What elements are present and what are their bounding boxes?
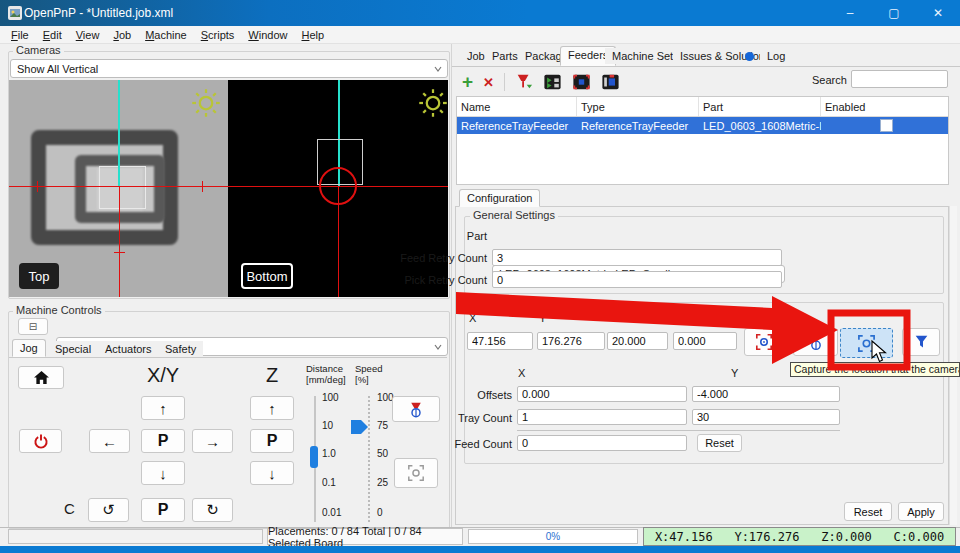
feed-count-reset-button[interactable]: Reset [697, 434, 742, 452]
menu-job[interactable]: Job [106, 28, 138, 42]
distance-slider-handle[interactable] [310, 446, 318, 468]
feed-feeder-button[interactable] [515, 73, 533, 91]
power-button[interactable] [19, 429, 62, 453]
home-icon [34, 371, 49, 385]
bottom-camera-view[interactable]: Bottom [228, 80, 448, 297]
column-header-part[interactable]: Part [699, 97, 821, 116]
bottom-camera-label: Bottom [241, 263, 293, 289]
offsets-y-input[interactable] [692, 386, 840, 402]
capture-camera-icon [407, 464, 425, 482]
feed-and-pick-feeder-button[interactable] [572, 73, 591, 91]
feed-count-label: Feed Count [412, 438, 512, 450]
pick-retry-label: Pick Retry Count [372, 274, 487, 286]
close-button[interactable]: ✕ [916, 0, 960, 26]
capture-camera-blue-icon [857, 334, 876, 353]
pick-retry-input[interactable] [492, 271, 782, 288]
jog-z-minus-button[interactable]: ↓ [250, 461, 294, 485]
crosshair-vertical [119, 186, 120, 297]
capture-camera-location-button[interactable] [744, 328, 784, 356]
feed-count-input[interactable] [517, 435, 687, 451]
tab-special[interactable]: Special [48, 341, 98, 357]
menu-file[interactable]: File [4, 28, 36, 42]
tab-divider [9, 357, 447, 358]
capture-camera-red-icon [755, 333, 773, 351]
config-apply-button[interactable]: Apply [898, 502, 944, 521]
home-button[interactable] [18, 366, 64, 389]
dro-x: X:47.156 [655, 530, 713, 544]
distance-tick: 1.0 [322, 448, 336, 459]
crosshair-tick [37, 181, 38, 192]
crosshair-tick [114, 252, 125, 253]
column-header-type[interactable]: Type [577, 97, 699, 116]
menu-scripts[interactable]: Scripts [194, 28, 242, 42]
pick-location-title: Pick Location [470, 295, 541, 307]
menu-help[interactable]: Help [294, 28, 331, 42]
section-divider [517, 430, 840, 431]
tab-configuration[interactable]: Configuration [459, 189, 540, 207]
nozzle-circle-reticle [319, 167, 357, 205]
nozzle-icon [808, 333, 824, 351]
pick-x-input[interactable] [467, 332, 533, 350]
toolbar-separator [504, 73, 505, 91]
jog-x-minus-button[interactable]: ← [89, 429, 130, 453]
tab-safety[interactable]: Safety [158, 341, 203, 357]
location-filter-button[interactable] [902, 328, 940, 356]
tooltip: Capture the location that the camera is [790, 362, 960, 377]
title-bar: OpenPnP - *Untitled.job.xml – ▢ ✕ [0, 0, 960, 26]
feeder-location-button[interactable] [601, 73, 620, 91]
tab-actuators[interactable]: Actuators [98, 341, 158, 357]
window-title: OpenPnP - *Untitled.job.xml [24, 6, 173, 20]
column-header-enabled[interactable]: Enabled [821, 97, 948, 116]
park-rotation-button[interactable]: P [141, 498, 185, 522]
collapse-jog-button[interactable]: ⊟ [18, 318, 48, 335]
tab-log[interactable]: Log [760, 48, 792, 64]
park-xy-button[interactable]: P [141, 429, 185, 453]
enabled-checkbox[interactable] [880, 119, 893, 132]
minimize-button[interactable]: – [828, 0, 872, 26]
speed-tick: 50 [377, 448, 388, 459]
brightness-sun-icon[interactable] [191, 88, 221, 118]
jog-y-minus-button[interactable]: ↓ [141, 461, 185, 485]
offsets-x-input[interactable] [517, 386, 687, 402]
delete-feeder-button[interactable]: ✕ [483, 75, 494, 90]
capture-nozzle-location-button[interactable] [793, 328, 838, 356]
tab-jog[interactable]: Jog [12, 339, 46, 357]
search-input[interactable] [851, 70, 948, 88]
park-z-button[interactable]: P [250, 429, 294, 453]
config-reset-button[interactable]: Reset [844, 502, 892, 521]
rotate-cw-button[interactable]: ↻ [192, 498, 233, 522]
move-camera-to-location-button[interactable] [840, 328, 893, 358]
menu-window[interactable]: Window [241, 28, 294, 42]
add-feeder-button[interactable]: + [462, 73, 473, 91]
top-camera-view[interactable]: Top [9, 80, 228, 297]
menu-machine[interactable]: Machine [138, 28, 194, 42]
pick-feeder-button[interactable] [543, 73, 562, 91]
cell-part: LED_0603_1608Metric-LED... [699, 117, 821, 134]
placements-status: Placements: 0 / 84 Total | 0 / 84 Select… [267, 528, 463, 545]
column-header-name[interactable]: Name [457, 97, 577, 116]
pick-z-label: Z [618, 312, 625, 324]
tray-count-x-input[interactable] [517, 409, 687, 425]
maximize-button[interactable]: ▢ [872, 0, 916, 26]
rotate-ccw-button[interactable]: ↺ [88, 498, 129, 522]
brightness-sun-icon[interactable] [418, 88, 448, 118]
general-settings-title: General Settings [470, 209, 558, 221]
jog-x-plus-button[interactable]: → [192, 429, 233, 453]
pick-rotation-input[interactable] [673, 332, 737, 350]
chevron-down-icon [434, 66, 442, 72]
tray-count-y-input[interactable] [692, 409, 840, 425]
menu-edit[interactable]: Edit [36, 28, 69, 42]
feed-retry-input[interactable] [492, 249, 782, 266]
camera-position-button[interactable] [394, 458, 438, 488]
top-camera-label: Top [19, 263, 59, 289]
pick-y-input[interactable] [537, 332, 605, 350]
camera-view-selector[interactable]: Show All Vertical [10, 59, 448, 78]
speed-slider-handle[interactable] [351, 420, 368, 434]
menu-view[interactable]: View [69, 28, 107, 42]
pick-z-input[interactable] [607, 332, 668, 350]
speed-slider-track[interactable] [368, 396, 370, 522]
table-row-selected[interactable]: ReferenceTrayFeeder ReferenceTrayFeeder … [457, 117, 948, 134]
jog-z-plus-button[interactable]: ↑ [250, 396, 294, 420]
cell-type: ReferenceTrayFeeder [577, 117, 699, 134]
jog-y-plus-button[interactable]: ↑ [141, 396, 185, 420]
